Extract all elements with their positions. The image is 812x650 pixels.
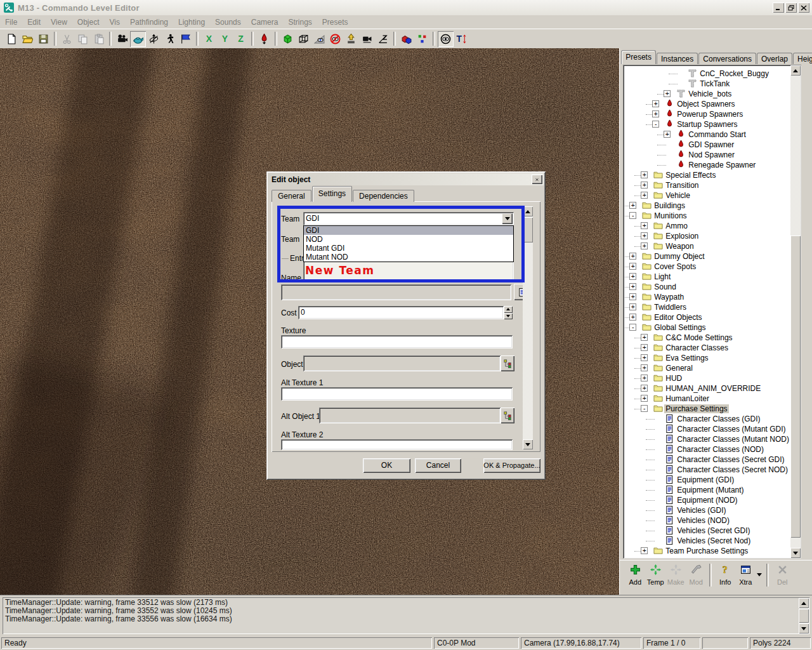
tree-item-label[interactable]: Vehicles (Secret GDI) (676, 526, 751, 535)
menu-strings[interactable]: Strings (283, 17, 317, 28)
tree-item-label[interactable]: Vehicles (GDI) (676, 506, 727, 515)
tree-item[interactable]: +Sound (624, 282, 790, 292)
raise-object-button[interactable] (343, 31, 359, 47)
expand-icon[interactable]: + (641, 192, 648, 199)
tree-item-label[interactable]: GDI Spawner (687, 140, 735, 149)
tree-item-label[interactable]: Character Classes (664, 343, 730, 352)
tree-item-label[interactable]: Buildings (653, 201, 686, 210)
expand-icon[interactable]: + (641, 182, 648, 189)
solid-cube-button[interactable] (280, 31, 296, 47)
tree-item-label[interactable]: Munitions (653, 211, 688, 220)
tree-item-label[interactable]: Vehicles (NOD) (676, 516, 731, 525)
cost-field[interactable]: 0 (298, 306, 504, 319)
tree-item-label[interactable]: Dummy Object (653, 252, 705, 261)
tree-item[interactable]: +Commando Start (624, 129, 790, 140)
wire-cube-button[interactable] (296, 31, 311, 47)
xtra-button[interactable]: Xtra (735, 562, 756, 588)
tree-item[interactable]: +HUD (624, 373, 790, 383)
axis-z-button[interactable]: Z (233, 31, 249, 47)
tree-item[interactable]: Nod Spawner (624, 150, 790, 160)
tree-item-label[interactable]: Character Classes (NOD) (676, 445, 765, 454)
tree-item[interactable]: +Waypath (624, 292, 790, 302)
tree-item[interactable]: +Ammo (624, 221, 790, 231)
tree-item[interactable]: +Dummy Object (624, 251, 790, 262)
alt-object1-field[interactable] (319, 408, 501, 423)
tree-item[interactable]: Character Classes (Mutant GDI) (624, 424, 790, 434)
tree-item[interactable]: GDI Spawner (624, 140, 790, 150)
expand-icon[interactable]: + (664, 90, 671, 97)
team-option[interactable]: GDI (304, 226, 513, 235)
menu-presets[interactable]: Presets (317, 17, 353, 28)
menu-edit[interactable]: Edit (22, 17, 46, 28)
tree-item[interactable]: +Light (624, 272, 790, 282)
snap-angle-button[interactable] (375, 31, 391, 47)
alt-object1-picker-button[interactable] (501, 408, 514, 423)
drop-to-ground-button[interactable] (256, 31, 272, 47)
texture-field[interactable] (281, 335, 513, 348)
scroll-up-button[interactable] (799, 598, 809, 608)
tree-item[interactable]: +Special Effects (624, 170, 790, 180)
rgb-points-button[interactable] (414, 31, 430, 47)
axis-x-button[interactable]: X (201, 31, 217, 47)
terrain-vis-button[interactable] (311, 31, 327, 47)
tree-item[interactable]: Character Classes (Secret GDI) (624, 454, 790, 465)
xtra-dropdown-button[interactable] (756, 562, 763, 588)
expand-icon[interactable]: + (641, 171, 648, 178)
tree-item-label[interactable]: Equipment (Mutant) (676, 486, 745, 494)
tree-item[interactable]: Character Classes (NOD) (624, 444, 790, 454)
dialog-title-bar[interactable]: Edit object (268, 173, 544, 185)
tree-item[interactable]: -Global Settings (624, 322, 790, 333)
expand-icon[interactable]: + (629, 283, 636, 290)
tree-item[interactable]: +Vehicle_bots (624, 89, 790, 99)
tree-item-label[interactable]: General (664, 364, 694, 373)
tree-item-label[interactable]: Vehicles (Secret Nod) (676, 536, 752, 545)
tree-item-label[interactable]: Character Classes (Mutant GDI) (676, 425, 787, 434)
tree-item-label[interactable]: Character Classes (GDI) (676, 415, 761, 423)
tree-item-label[interactable]: Cover Spots (653, 262, 697, 271)
tree-item[interactable]: Character Classes (Mutant NOD) (624, 434, 790, 444)
expand-icon[interactable]: + (641, 242, 648, 249)
expand-icon[interactable]: + (629, 314, 636, 321)
tree-item-label[interactable]: Waypath (653, 293, 685, 302)
description-field[interactable] (281, 284, 511, 300)
log-scrollbar[interactable] (799, 598, 809, 633)
menu-sounds[interactable]: Sounds (210, 17, 246, 28)
tree-item[interactable]: +HUMAN_ANIM_OVERRIDE (624, 383, 790, 394)
expand-icon[interactable]: + (629, 303, 636, 310)
camera-profile-button[interactable] (359, 31, 375, 47)
expand-icon[interactable]: + (641, 334, 648, 341)
tree-item[interactable]: +Weapon (624, 241, 790, 251)
scroll-down-button[interactable] (799, 623, 809, 633)
collapse-icon[interactable]: - (652, 121, 659, 128)
cost-spinner[interactable] (504, 306, 513, 319)
tree-item-label[interactable]: Powerup Spawners (676, 110, 744, 119)
tab-instances[interactable]: Instances (657, 53, 698, 64)
close-button[interactable] (798, 3, 809, 13)
tree-item-label[interactable]: Object Spawners (676, 100, 736, 109)
expand-icon[interactable]: + (652, 110, 659, 117)
tree-item[interactable]: +Eva Settings (624, 353, 790, 363)
output-log[interactable]: TimeManager::Update: warning, frame 3351… (3, 597, 809, 634)
tree-item-label[interactable]: Special Effects (664, 171, 717, 180)
spin-up-button[interactable] (504, 306, 513, 313)
tree-item[interactable]: +Twiddlers (624, 302, 790, 312)
expand-icon[interactable]: + (629, 263, 636, 270)
tree-item[interactable]: +Powerup Spawners (624, 109, 790, 119)
tree-item-label[interactable]: Ammo (664, 222, 689, 230)
tab-conversations[interactable]: Conversations (698, 53, 756, 64)
tree-item-label[interactable]: Commando Start (687, 130, 747, 139)
object-picker-button[interactable] (501, 355, 514, 371)
expand-icon[interactable]: + (641, 364, 648, 371)
tree-item[interactable]: +Cover Spots (624, 262, 790, 272)
vis-eye-button[interactable] (438, 31, 454, 47)
flag-mode-button[interactable] (178, 31, 193, 47)
tree-item-label[interactable]: HUD (664, 374, 683, 383)
tree-item-label[interactable]: HUMAN_ANIM_OVERRIDE (664, 384, 762, 393)
tree-item[interactable]: -Startup Spawners (624, 119, 790, 129)
tree-item-label[interactable]: Nod Spawner (687, 150, 736, 159)
tree-item-label[interactable]: Twiddlers (653, 303, 688, 312)
walk-mode-button[interactable] (162, 31, 178, 47)
tree-item-label[interactable]: CnC_Rocket_Buggy (698, 69, 770, 78)
scroll-thumb[interactable] (523, 217, 533, 242)
tree-item[interactable]: -Munitions (624, 211, 790, 221)
